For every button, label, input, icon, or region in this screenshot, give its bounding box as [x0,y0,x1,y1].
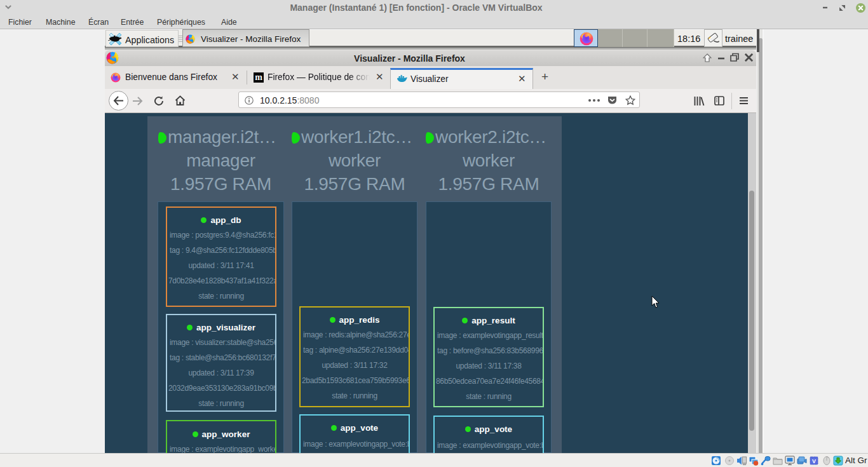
svg-text:V: V [812,458,816,464]
